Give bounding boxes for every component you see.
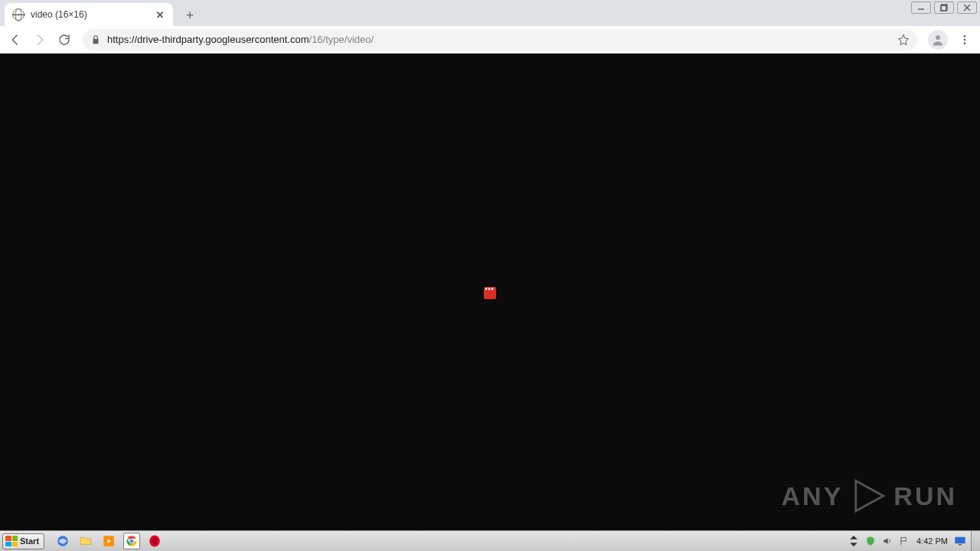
profile-avatar-button[interactable]: [928, 30, 948, 50]
internet-explorer-icon[interactable]: [54, 533, 71, 549]
start-label: Start: [20, 536, 39, 546]
forward-button[interactable]: [29, 29, 51, 51]
anyrun-watermark: ANY RUN: [782, 475, 957, 517]
system-tray: 4:42 PM: [843, 531, 971, 551]
svg-point-6: [964, 42, 966, 44]
browser-toolbar: https://drive-thirdparty.googleuserconte…: [0, 26, 980, 54]
bookmark-star-icon[interactable]: [897, 34, 910, 46]
svg-point-5: [964, 38, 966, 41]
back-button[interactable]: [5, 29, 26, 51]
window-minimize-button[interactable]: [911, 2, 931, 14]
taskbar-pinned-apps: [54, 533, 163, 549]
show-desktop-button[interactable]: [971, 531, 980, 551]
browser-menu-button[interactable]: [954, 29, 975, 51]
taskbar-clock[interactable]: 4:42 PM: [915, 536, 949, 546]
page-viewport: ANY RUN: [0, 54, 980, 530]
opera-icon[interactable]: [146, 533, 163, 549]
media-player-icon[interactable]: [100, 533, 117, 549]
window-controls: [911, 2, 977, 14]
tray-shield-icon[interactable]: [864, 535, 877, 547]
reload-button[interactable]: [54, 29, 75, 51]
lock-icon: [90, 34, 101, 45]
windows-logo-icon: [5, 536, 18, 546]
tray-monitor-icon[interactable]: [954, 535, 966, 547]
new-tab-button[interactable]: +: [179, 5, 201, 26]
close-tab-icon[interactable]: [155, 9, 165, 20]
svg-point-4: [964, 35, 966, 37]
plus-icon: +: [186, 8, 194, 22]
chrome-taskbar-icon[interactable]: [123, 533, 140, 549]
address-bar[interactable]: https://drive-thirdparty.googleuserconte…: [83, 29, 917, 51]
start-button[interactable]: Start: [2, 533, 44, 549]
tray-flag-icon[interactable]: [898, 535, 910, 547]
svg-rect-15: [959, 544, 962, 545]
file-explorer-icon[interactable]: [77, 533, 94, 549]
url-text: https://drive-thirdparty.googleuserconte…: [107, 34, 374, 45]
play-outline-icon: [848, 475, 889, 517]
window-close-button[interactable]: [957, 2, 977, 14]
video-file-icon: [484, 287, 496, 299]
windows-taskbar: Start 4:42 PM: [0, 530, 980, 551]
svg-rect-14: [955, 537, 965, 544]
tab-strip: video (16×16) +: [0, 0, 980, 26]
tab-title: video (16×16): [31, 9, 149, 20]
tray-expand-icon[interactable]: [848, 535, 860, 547]
tray-volume-icon[interactable]: [881, 535, 893, 547]
browser-window: video (16×16) + https://drive-thirdparty…: [0, 0, 980, 530]
window-maximize-button[interactable]: [934, 2, 954, 14]
svg-point-3: [936, 35, 940, 40]
globe-icon: [12, 8, 24, 21]
svg-point-13: [152, 537, 157, 546]
svg-rect-1: [941, 5, 946, 11]
browser-tab[interactable]: video (16×16): [5, 3, 173, 26]
